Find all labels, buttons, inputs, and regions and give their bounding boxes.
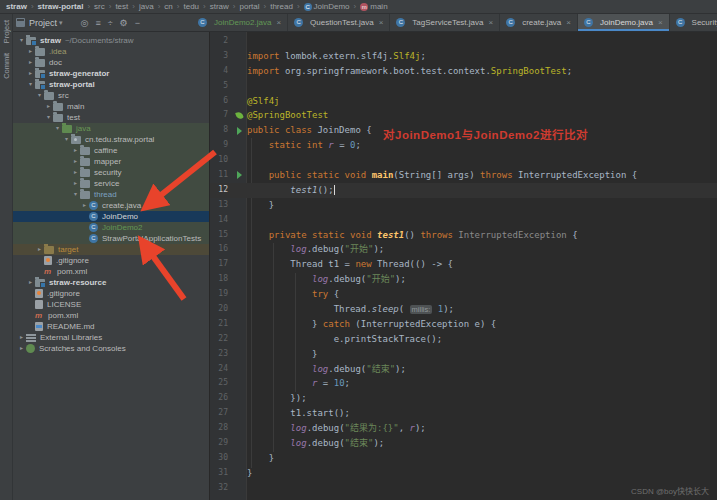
- settings-icon[interactable]: ⚙: [120, 18, 128, 28]
- code-line-14[interactable]: 14: [210, 213, 717, 228]
- breadcrumb-item-tedu[interactable]: tedu: [183, 2, 199, 11]
- code-line-19[interactable]: 19 try {: [210, 287, 717, 302]
- breadcrumb-item-test[interactable]: test: [115, 2, 128, 11]
- tree-item-straw-portal[interactable]: ▾straw-portal: [13, 79, 209, 90]
- tree-item-StrawPortalApplicationTests[interactable]: StrawPortalApplicationTests: [13, 233, 209, 244]
- chevron-collapsed-icon[interactable]: ▸: [71, 156, 80, 167]
- tree-item-pom.xml[interactable]: pom.xml: [13, 266, 209, 277]
- code-line-12[interactable]: 12 test1();: [210, 183, 717, 198]
- expand-all-icon[interactable]: ≡: [95, 18, 100, 28]
- tree-item-LICENSE[interactable]: LICENSE: [13, 299, 209, 310]
- tree-item-create.java[interactable]: ▸create.java: [13, 200, 209, 211]
- tree-item-ScratchesandConsoles[interactable]: ▸Scratches and Consoles: [13, 343, 209, 354]
- code-editor[interactable]: 23import lombok.extern.slf4j.Slf4j;4impo…: [210, 32, 717, 500]
- chevron-collapsed-icon[interactable]: ▸: [71, 178, 80, 189]
- chevron-expanded-icon[interactable]: ▾: [62, 134, 71, 145]
- chevron-collapsed-icon[interactable]: ▸: [17, 343, 26, 354]
- chevron-collapsed-icon[interactable]: ▸: [44, 101, 53, 112]
- run-icon[interactable]: [232, 123, 247, 138]
- tree-item-.idea[interactable]: ▸.idea: [13, 46, 209, 57]
- project-tool-title[interactable]: Project: [29, 18, 57, 28]
- code-line-10[interactable]: 10: [210, 153, 717, 168]
- close-icon[interactable]: ×: [566, 18, 571, 27]
- tree-item-security[interactable]: ▸security: [13, 167, 209, 178]
- tree-item-thread[interactable]: ▾thread: [13, 189, 209, 200]
- chevron-collapsed-icon[interactable]: ▸: [80, 200, 89, 211]
- code-line-23[interactable]: 23 }: [210, 347, 717, 362]
- tree-item-caffine[interactable]: ▸caffine: [13, 145, 209, 156]
- run-triangle-icon[interactable]: [237, 127, 242, 135]
- code-line-26[interactable]: 26 });: [210, 391, 717, 406]
- chevron-expanded-icon[interactable]: ▾: [26, 79, 35, 90]
- tree-item-.gitignore[interactable]: .gitignore: [13, 255, 209, 266]
- tree-item-cn.tedu.straw.portal[interactable]: ▾cn.tedu.straw.portal: [13, 134, 209, 145]
- tree-item-mapper[interactable]: ▸mapper: [13, 156, 209, 167]
- code-line-5[interactable]: 5: [210, 79, 717, 94]
- code-line-25[interactable]: 25 r = 10;: [210, 376, 717, 391]
- code-line-28[interactable]: 28 log.debug("结果为:{}", r);: [210, 421, 717, 436]
- chevron-expanded-icon[interactable]: ▾: [35, 90, 44, 101]
- tree-item-test[interactable]: ▾test: [13, 112, 209, 123]
- chevron-collapsed-icon[interactable]: ▸: [35, 244, 44, 255]
- code-line-11[interactable]: 11 public static void main(String[] args…: [210, 168, 717, 183]
- tool-stripe-project[interactable]: Project: [2, 20, 11, 43]
- chevron-collapsed-icon[interactable]: ▸: [26, 46, 35, 57]
- tab-create.java[interactable]: create.java×: [500, 14, 578, 31]
- tool-stripe-commit[interactable]: Commit: [2, 53, 11, 79]
- code-line-3[interactable]: 3import lombok.extern.slf4j.Slf4j;: [210, 49, 717, 64]
- tree-item-straw[interactable]: ▾straw~/Documents/straw: [13, 35, 209, 46]
- tree-item-.gitignore[interactable]: .gitignore: [13, 288, 209, 299]
- breadcrumb-item-java[interactable]: java: [139, 2, 154, 11]
- chevron-expanded-icon[interactable]: ▾: [44, 112, 53, 123]
- chevron-collapsed-icon[interactable]: ▸: [71, 167, 80, 178]
- code-line-13[interactable]: 13 }: [210, 198, 717, 213]
- tree-item-service[interactable]: ▸service: [13, 178, 209, 189]
- code-line-6[interactable]: 6@Slf4j: [210, 94, 717, 109]
- tree-item-straw-generator[interactable]: ▸straw-generator: [13, 68, 209, 79]
- code-line-15[interactable]: 15 private static void test1() throws In…: [210, 228, 717, 243]
- tree-item-java[interactable]: ▾java: [13, 123, 209, 134]
- code-line-20[interactable]: 20 Thread.sleep( millis: 1);: [210, 302, 717, 317]
- chevron-collapsed-icon[interactable]: ▸: [26, 277, 35, 288]
- breadcrumb-item-JoinDemo[interactable]: CJoinDemo: [304, 2, 350, 11]
- breadcrumb-item-straw[interactable]: straw: [6, 2, 27, 11]
- chevron-expanded-icon[interactable]: ▾: [17, 35, 26, 46]
- chevron-collapsed-icon[interactable]: ▸: [26, 68, 35, 79]
- code-line-29[interactable]: 29 log.debug("结束");: [210, 436, 717, 451]
- breadcrumb-item-src[interactable]: src: [94, 2, 105, 11]
- tab-JoinDemo.java[interactable]: JoinDemo.java×: [578, 14, 670, 31]
- tree-item-target[interactable]: ▸target: [13, 244, 209, 255]
- tab-SecurityTest.java[interactable]: SecurityTest.java×: [670, 14, 717, 31]
- code-line-18[interactable]: 18 log.debug("开始");: [210, 272, 717, 287]
- spring-bean-icon[interactable]: [232, 108, 247, 123]
- tab-JoinDemo2.java[interactable]: JoinDemo2.java×: [192, 14, 288, 31]
- breadcrumb-item-straw[interactable]: straw: [210, 2, 229, 11]
- breadcrumb-item-portal[interactable]: portal: [240, 2, 260, 11]
- run-triangle-icon[interactable]: [237, 171, 242, 179]
- code-line-16[interactable]: 16 log.debug("开始");: [210, 242, 717, 257]
- close-icon[interactable]: ×: [276, 18, 281, 27]
- chevron-collapsed-icon[interactable]: ▸: [17, 332, 26, 343]
- code-line-30[interactable]: 30 }: [210, 451, 717, 466]
- breadcrumb-item-thread[interactable]: thread: [270, 2, 293, 11]
- tree-item-JoinDemo2[interactable]: JoinDemo2: [13, 222, 209, 233]
- close-icon[interactable]: ×: [658, 18, 663, 27]
- tree-item-README.md[interactable]: README.md: [13, 321, 209, 332]
- tree-item-main[interactable]: ▸main: [13, 101, 209, 112]
- close-icon[interactable]: ×: [379, 18, 384, 27]
- breadcrumb-item-straw-portal[interactable]: straw-portal: [38, 2, 84, 11]
- code-line-22[interactable]: 22 e.printStackTrace();: [210, 332, 717, 347]
- tree-item-JoinDemo[interactable]: JoinDemo: [13, 211, 209, 222]
- chevron-collapsed-icon[interactable]: ▸: [26, 57, 35, 68]
- chevron-down-icon[interactable]: ▾: [59, 19, 63, 27]
- locate-icon[interactable]: ◎: [81, 18, 89, 28]
- tree-item-pom.xml[interactable]: pom.xml: [13, 310, 209, 321]
- hide-icon[interactable]: −: [135, 18, 140, 28]
- code-line-17[interactable]: 17 Thread t1 = new Thread(() -> {: [210, 257, 717, 272]
- code-line-2[interactable]: 2: [210, 34, 717, 49]
- tab-QuestionTest.java[interactable]: QuestionTest.java×: [288, 14, 390, 31]
- tree-item-ExternalLibraries[interactable]: ▸External Libraries: [13, 332, 209, 343]
- run-icon[interactable]: [232, 168, 247, 183]
- tree-item-doc[interactable]: ▸doc: [13, 57, 209, 68]
- tree-item-straw-resource[interactable]: ▸straw-resource: [13, 277, 209, 288]
